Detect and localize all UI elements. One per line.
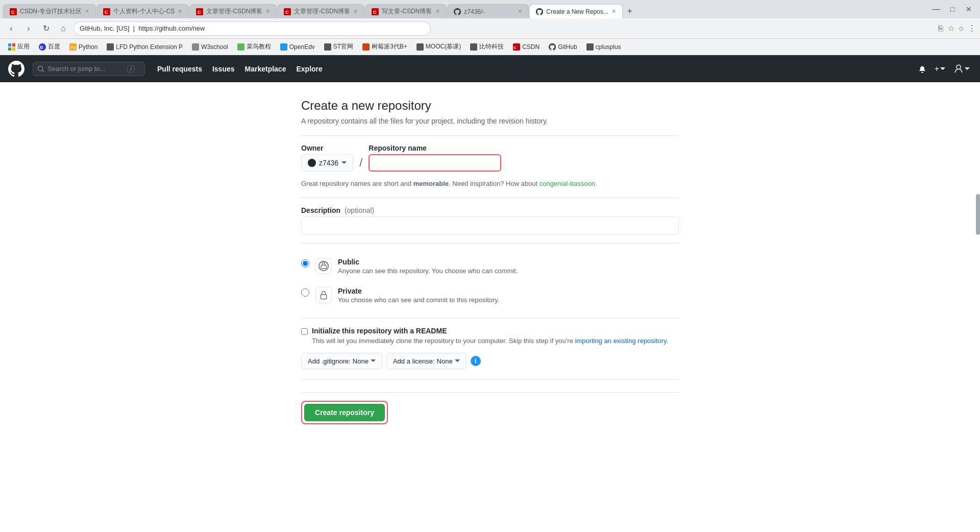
public-icon xyxy=(315,258,332,274)
tab-3[interactable]: C 文章管理-CSDN博客 ✕ xyxy=(189,4,277,18)
close-window-button[interactable]: ✕ xyxy=(962,2,976,16)
bookmark-cplusplus[interactable]: cplusplus xyxy=(582,42,625,52)
search-input[interactable] xyxy=(47,65,124,72)
svg-rect-25 xyxy=(470,43,477,51)
bookmark-runoob[interactable]: 菜鸟教程 xyxy=(233,41,275,52)
tab-close-4[interactable]: ✕ xyxy=(353,8,358,15)
tab-close-3[interactable]: ✕ xyxy=(265,8,270,15)
svg-text:C: C xyxy=(373,10,377,15)
bookmark-python[interactable]: Py Python xyxy=(65,42,102,52)
divider-visibility xyxy=(301,243,679,244)
public-desc: Anyone can see this repository. You choo… xyxy=(338,267,518,275)
bookmark-bittech[interactable]: 比特科技 xyxy=(466,41,508,52)
name-hint-bold: memorable xyxy=(413,180,449,187)
notifications-button[interactable] xyxy=(916,63,928,75)
private-radio[interactable] xyxy=(301,288,309,297)
back-button[interactable]: ‹ xyxy=(4,21,18,36)
form-container: Create a new repository A repository con… xyxy=(301,99,679,514)
address-input[interactable] xyxy=(74,21,431,36)
importing-link[interactable]: importing an existing repository xyxy=(575,337,666,345)
owner-field-group: Owner z7436 xyxy=(301,144,353,172)
owner-select[interactable]: z7436 xyxy=(301,154,353,172)
svg-rect-29 xyxy=(321,265,326,269)
readme-checkbox[interactable] xyxy=(301,328,308,335)
tab-1[interactable]: C CSDN-专业IT技术社区 ✕ xyxy=(3,4,96,18)
tab-close-1[interactable]: ✕ xyxy=(85,8,89,15)
tab-close-2[interactable]: ✕ xyxy=(178,8,182,15)
nav-pull-requests[interactable]: Pull requests xyxy=(153,63,206,75)
name-hint: Great repository names are short and mem… xyxy=(301,180,679,187)
bookmark-mooc-label: MOOC(慕课) xyxy=(426,42,461,51)
license-select[interactable]: Add a license: None xyxy=(386,353,467,369)
address-right-icons: ⎘ ☆ ○ ⋮ xyxy=(938,23,976,33)
create-repository-button[interactable]: Create repository xyxy=(304,404,385,421)
user-menu-button[interactable] xyxy=(951,62,972,76)
maximize-button[interactable]: □ xyxy=(945,2,960,16)
tab-7-active[interactable]: Create a New Repos... ✕ xyxy=(529,4,622,18)
tab-6[interactable]: z7436/- ✕ xyxy=(447,4,529,18)
account-icon[interactable]: ○ xyxy=(959,24,964,33)
bookmark-github[interactable]: GitHub xyxy=(545,42,581,52)
tab-title-5: 写文章-CSDN博客 xyxy=(382,7,432,16)
owner-repo-row: Owner z7436 / Repository name xyxy=(301,144,679,172)
description-input[interactable] xyxy=(301,216,679,235)
private-option-content: Private You choose who can see and commi… xyxy=(338,287,500,304)
home-button[interactable]: ⌂ xyxy=(56,21,70,36)
tab-favicon-1: C xyxy=(10,8,17,15)
github-header: / Pull requests Issues Marketplace Explo… xyxy=(0,55,980,82)
nav-issues[interactable]: Issues xyxy=(208,63,239,75)
reload-button[interactable]: ↻ xyxy=(39,21,53,36)
address-bar: ‹ › ↻ ⌂ ⎘ ☆ ○ ⋮ xyxy=(0,18,980,39)
visibility-section: Public Anyone can see this repository. Y… xyxy=(301,252,679,310)
nav-explore[interactable]: Explore xyxy=(292,63,326,75)
repo-name-field-group: Repository name xyxy=(369,144,501,172)
svg-rect-19 xyxy=(192,43,199,51)
tab-close-6[interactable]: ✕ xyxy=(518,8,522,15)
tab-close-7[interactable]: ✕ xyxy=(611,8,616,15)
nav-marketplace[interactable]: Marketplace xyxy=(241,63,290,75)
repo-name-input[interactable] xyxy=(369,154,501,172)
tab-2[interactable]: C 个人资料-个人中心-CS ✕ xyxy=(96,4,189,18)
bookmark-w3school[interactable]: W3school xyxy=(188,42,232,52)
forward-button[interactable]: › xyxy=(21,21,36,36)
bookmark-raspberry[interactable]: 树莓派3代B+ xyxy=(358,41,411,52)
chevron-down-icon xyxy=(341,160,347,165)
bookmark-openedv[interactable]: OpenEdv xyxy=(276,42,319,52)
page-title: Create a new repository xyxy=(301,99,679,113)
tab-5[interactable]: C 写文章-CSDN博客 ✕ xyxy=(365,4,447,18)
new-tab-button[interactable]: + xyxy=(623,4,637,18)
minimize-button[interactable]: — xyxy=(929,2,943,16)
info-icon[interactable]: i xyxy=(471,356,481,366)
gitignore-select[interactable]: Add .gitignore: None xyxy=(301,353,382,369)
bookmark-st[interactable]: ST官网 xyxy=(320,41,357,52)
scrollbar[interactable] xyxy=(976,194,980,235)
github-search[interactable]: / xyxy=(33,62,145,76)
name-hint-link[interactable]: congenial-bassoon xyxy=(540,180,595,187)
private-icon xyxy=(315,287,332,303)
tab-title-2: 个人资料-个人中心-CS xyxy=(113,7,175,16)
menu-icon[interactable]: ⋮ xyxy=(968,23,976,33)
divider-description xyxy=(301,198,679,198)
new-menu-button[interactable]: + xyxy=(933,62,947,76)
bookmark-w3school-label: W3school xyxy=(201,43,228,51)
bookmark-baidu[interactable]: B 百度 xyxy=(35,41,64,52)
bookmark-apps[interactable]: 应用 xyxy=(4,41,34,52)
bookmark-st-label: ST官网 xyxy=(333,42,353,51)
svg-rect-10 xyxy=(8,43,11,46)
tab-4[interactable]: C 文章管理-CSDN博客 ✕ xyxy=(277,4,364,18)
bookmark-mooc[interactable]: MOOC(慕课) xyxy=(412,41,465,52)
tab-close-5[interactable]: ✕ xyxy=(435,8,440,15)
tab-favicon-7 xyxy=(536,8,543,15)
bookmark-python-ext[interactable]: LFD Python Extension P xyxy=(103,42,187,52)
translate-icon[interactable]: ⎘ xyxy=(938,24,943,33)
svg-rect-21 xyxy=(280,43,287,51)
bookmark-python-ext-label: LFD Python Extension P xyxy=(116,43,183,51)
github-logo[interactable] xyxy=(8,61,24,77)
svg-rect-13 xyxy=(12,47,15,51)
tab-title-7: Create a New Repos... xyxy=(546,8,608,15)
tab-favicon-2: C xyxy=(103,8,110,15)
bookmark-raspberry-label: 树莓派3代B+ xyxy=(372,42,407,51)
bookmark-csdn[interactable]: C CSDN xyxy=(509,42,544,52)
public-radio[interactable] xyxy=(301,259,309,268)
bookmark-icon[interactable]: ☆ xyxy=(947,23,954,33)
